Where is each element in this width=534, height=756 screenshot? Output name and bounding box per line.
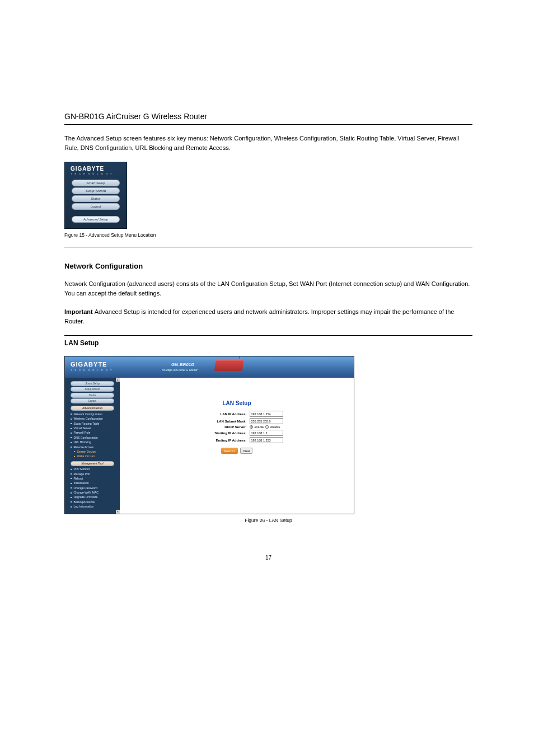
nav-management-tool-header[interactable]: Management Tool bbox=[71, 461, 114, 466]
lan-ip-label: LAN IP Address: bbox=[191, 412, 247, 416]
divider bbox=[64, 335, 472, 336]
nav-advanced-setup-header[interactable]: Advanced Setup bbox=[71, 406, 114, 411]
clear-button[interactable]: Clear bbox=[240, 448, 252, 454]
starting-ip-input[interactable]: 192.168.1.2 bbox=[250, 430, 283, 436]
dhcp-enable-radio[interactable] bbox=[250, 425, 253, 429]
nav-status[interactable]: Status bbox=[72, 195, 120, 202]
router-image bbox=[208, 358, 247, 374]
nav-logout[interactable]: Logout bbox=[72, 203, 120, 210]
model-subtitle: 54Mbps AirCruiser G Router bbox=[162, 368, 198, 372]
sidebar-network-configuration[interactable]: Network Configuration bbox=[65, 412, 120, 416]
brand-logo-text: GIGABYTE bbox=[71, 361, 107, 368]
sidebar-static-routing-table[interactable]: Static Routing Table bbox=[65, 421, 120, 426]
chapter-header: GN-BR01G AirCruiser G Wireless Router bbox=[64, 112, 472, 121]
divider bbox=[64, 247, 472, 247]
nav-smart-setup[interactable]: Smart Setup bbox=[72, 180, 120, 186]
sidebar-dns-configuration[interactable]: DNS Configuration bbox=[65, 435, 120, 440]
next-button[interactable]: Next >> bbox=[221, 448, 238, 454]
sidebar-manage-port[interactable]: Manage Port bbox=[65, 471, 120, 476]
sidebar-virtual-server[interactable]: Virtual Server bbox=[65, 426, 120, 430]
nav-advanced-setup[interactable]: Advanced Setup bbox=[72, 216, 120, 223]
section-title-network-configuration: Network Configuration bbox=[64, 262, 472, 270]
ending-ip-input[interactable]: 192.168.1.253 bbox=[250, 437, 283, 443]
sidebar-url-blocking[interactable]: URL Blocking bbox=[65, 440, 120, 444]
sidebar-backup-restore[interactable]: BackUp/Restore bbox=[65, 500, 120, 504]
lan-ip-input[interactable]: 192.168.1.254 bbox=[250, 411, 283, 417]
admin-main-panel: LAN Setup LAN IP Address: 192.168.1.254 … bbox=[120, 378, 354, 514]
subnet-mask-label: LAN Subnet Mask: bbox=[191, 420, 247, 423]
figure-26-caption: Figure 26 - LAN Setup bbox=[64, 518, 472, 523]
section-body: Network Configuration (advanced users) c… bbox=[64, 279, 472, 298]
figure-15-navigation-panel: GIGABYTE T E C H N O L O G Y Smart Setup… bbox=[64, 162, 127, 229]
sidebar-firewall-rule[interactable]: Firewall Rule bbox=[65, 430, 120, 435]
dhcp-server-label: DHCP Server: bbox=[191, 425, 247, 429]
admin-sidebar: ▴ Smart Setup Setup Wizard Status Logout… bbox=[65, 378, 120, 514]
nav-setup-wizard[interactable]: Setup Wizard bbox=[71, 387, 114, 392]
nav-status[interactable]: Status bbox=[71, 393, 114, 398]
dhcp-disable-text: disable bbox=[270, 425, 280, 429]
sidebar-ppp-monitor[interactable]: PPP Monitor bbox=[65, 467, 120, 471]
scroll-down-icon[interactable]: ▾ bbox=[116, 510, 120, 514]
dhcp-enable-text: enable bbox=[255, 425, 264, 429]
model-name: GN-BR01G bbox=[171, 362, 194, 367]
sidebar-upgrade-firmware[interactable]: Upgrade Firmware bbox=[65, 495, 120, 499]
starting-ip-label: Starting IP Address: bbox=[191, 431, 247, 435]
ending-ip-label: Ending IP Address: bbox=[191, 439, 247, 442]
page-number: 17 bbox=[64, 555, 472, 561]
scroll-up-icon[interactable]: ▴ bbox=[116, 378, 120, 382]
note-label: Important bbox=[64, 308, 95, 315]
sidebar-log-information[interactable]: Log Information bbox=[65, 504, 120, 509]
nav-smart-setup[interactable]: Smart Setup bbox=[71, 381, 114, 386]
brand-subtext: T E C H N O L O G Y bbox=[71, 369, 113, 372]
subsection-title-lan-setup: LAN Setup bbox=[64, 339, 472, 347]
intro-paragraph: The Advanced Setup screen features six k… bbox=[64, 134, 472, 153]
sidebar-search-device[interactable]: Search Device bbox=[65, 449, 120, 454]
note-text: Advanced Setup is intended for experienc… bbox=[64, 308, 454, 325]
brand-subtext: T E C H N O L O G Y bbox=[65, 172, 127, 175]
brand-logo-text: GIGABYTE bbox=[65, 162, 127, 172]
lan-setup-title: LAN Setup bbox=[135, 400, 338, 406]
nav-logout[interactable]: Logout bbox=[71, 398, 114, 403]
sidebar-remote-access[interactable]: Remote Access bbox=[65, 444, 120, 449]
admin-header-banner: GIGABYTE T E C H N O L O G Y GN-BR01G 54… bbox=[65, 356, 354, 378]
divider bbox=[64, 124, 472, 125]
section-note: Important Advanced Setup is intended for… bbox=[64, 307, 472, 326]
sidebar-wake-on-lan[interactable]: Wake On Lan bbox=[65, 454, 120, 458]
subnet-mask-input[interactable]: 255.255.255.0 bbox=[250, 418, 283, 424]
nav-setup-wizard[interactable]: Setup Wizard bbox=[72, 187, 120, 194]
sidebar-reboot[interactable]: Reboot bbox=[65, 476, 120, 481]
sidebar-change-password[interactable]: Change Password bbox=[65, 486, 120, 490]
sidebar-initialization[interactable]: Initialization bbox=[65, 481, 120, 485]
figure-15-caption: Figure 15 - Advanced Setup Menu Location bbox=[64, 232, 472, 238]
figure-26-lan-setup-screenshot: GIGABYTE T E C H N O L O G Y GN-BR01G 54… bbox=[64, 356, 354, 514]
sidebar-change-wan-mac[interactable]: Change WAN MAC bbox=[65, 490, 120, 495]
sidebar-wireless-configuration[interactable]: Wireless Configuration bbox=[65, 416, 120, 421]
dhcp-disable-radio[interactable] bbox=[265, 425, 269, 429]
